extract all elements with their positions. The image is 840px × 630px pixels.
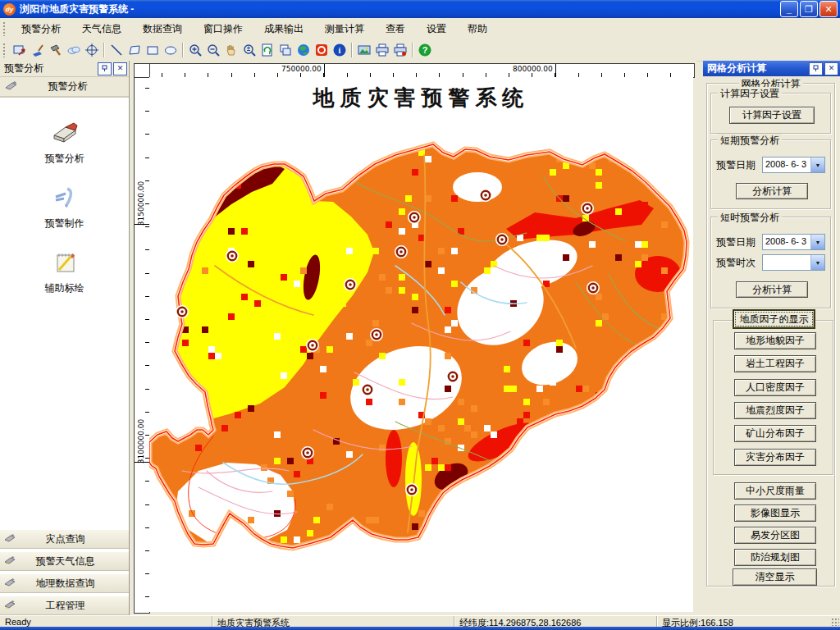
resize-grip[interactable]	[831, 618, 839, 626]
globe-icon[interactable]	[294, 41, 313, 59]
hammer-icon[interactable]	[47, 41, 65, 59]
stop-display-icon[interactable]	[313, 41, 331, 59]
susceptibility-map-button[interactable]: 易发分区图	[734, 527, 816, 544]
town-marker	[407, 485, 418, 495]
minimize-button[interactable]: _	[780, 1, 798, 17]
menu-bar: 预警分析 天气信息 数据查询 窗口操作 成果输出 测量计算 查看 设置 帮助	[0, 18, 840, 40]
menu-measure-calc[interactable]: 测量计算	[314, 19, 375, 39]
restore-button[interactable]: ❐	[800, 1, 818, 17]
menu-help[interactable]: 帮助	[457, 19, 498, 39]
mine-factor-button[interactable]: 矿山分布因子	[734, 425, 816, 442]
horizontal-ruler: 750000.00 800000.00	[149, 63, 695, 78]
geo-factor-display-button[interactable]: 地质因子的显示	[733, 309, 815, 329]
calc-factor-settings-button[interactable]: 计算因子设置	[729, 107, 815, 124]
item-warning-production[interactable]: 预警制作	[45, 184, 84, 231]
info-icon[interactable]: i	[331, 41, 349, 59]
print-map-icon[interactable]	[373, 41, 391, 59]
pan-hand-icon[interactable]	[222, 41, 240, 59]
toolbar-separator	[182, 43, 184, 57]
draw-rectangle-icon[interactable]	[144, 41, 162, 59]
toolbar-grip[interactable]	[2, 43, 7, 57]
menu-grip[interactable]	[2, 21, 7, 36]
item-warning-analysis[interactable]: 预警分析	[45, 119, 84, 166]
seismic-factor-button[interactable]: 地震烈度因子	[734, 402, 816, 419]
calc-factor-group: 计算因子设置 计算因子设置	[710, 93, 831, 134]
image-display-icon[interactable]	[355, 41, 373, 59]
draw-line-icon[interactable]	[107, 41, 126, 59]
map-select-icon[interactable]	[11, 41, 29, 59]
town-marker	[481, 190, 491, 201]
accordion-weather-info[interactable]: 预警天气信息	[0, 551, 129, 571]
menu-warning-analysis[interactable]: 预警分析	[11, 19, 71, 39]
close-icon[interactable]: ✕	[824, 62, 838, 75]
locate-center-icon[interactable]	[83, 41, 101, 59]
group-title: 短时预警分析	[718, 211, 782, 225]
right-panel-title: 网格分析计算	[707, 62, 807, 75]
town-marker	[227, 251, 238, 262]
image-display-button[interactable]: 影像图显示	[734, 504, 816, 522]
chevron-down-icon[interactable]: ▼	[810, 235, 824, 249]
title-bar: dy 浏阳市地质灾害预警系统 - _ ❐ ✕	[0, 0, 840, 18]
menu-window-ops[interactable]: 窗口操作	[193, 19, 253, 39]
group-title: 计算因子设置	[718, 87, 782, 101]
print-setup-icon[interactable]	[391, 41, 409, 59]
rainfall-button[interactable]: 中小尺度雨量	[734, 482, 816, 500]
zoom-out-icon[interactable]	[204, 41, 222, 59]
draw-polygon-icon[interactable]	[126, 41, 144, 59]
terrain-factor-button[interactable]: 地形地貌因子	[734, 332, 816, 349]
pin-icon[interactable]	[98, 62, 112, 75]
population-factor-button[interactable]: 人口密度因子	[734, 379, 816, 396]
toolbar-separator	[412, 43, 413, 57]
close-icon[interactable]: ✕	[113, 62, 127, 75]
map-canvas[interactable]: 地质灾害预警系统	[149, 77, 693, 612]
item-auxiliary-plot[interactable]: 辅助标绘	[45, 249, 84, 295]
menu-result-output[interactable]: 成果输出	[253, 19, 314, 39]
refresh-view-icon[interactable]	[258, 41, 276, 59]
geotech-factor-button[interactable]: 岩土工程因子	[734, 355, 816, 372]
draw-ellipse-icon[interactable]	[162, 41, 180, 59]
status-system-name: 地质灾害预警系统	[212, 616, 459, 628]
accordion-disaster-query[interactable]: 灾点查询	[0, 529, 129, 549]
accordion-project-management[interactable]: 工程管理	[0, 596, 129, 615]
prevention-plan-button[interactable]: 防治规划图	[734, 549, 816, 566]
disaster-factor-button[interactable]: 灾害分布因子	[734, 449, 816, 466]
toolbar: i ?	[0, 39, 840, 62]
short-time-slot-combo[interactable]: ▼	[762, 254, 825, 271]
short-time-calc-button[interactable]: 分析计算	[736, 281, 808, 298]
chevron-down-icon[interactable]: ▼	[810, 255, 824, 270]
style-brush-icon[interactable]	[29, 41, 47, 59]
chevron-down-icon[interactable]: ▼	[810, 158, 824, 172]
left-panel-caption: 预警分析 ✕	[0, 61, 129, 77]
cloud-icon[interactable]	[65, 41, 83, 59]
town-marker	[582, 203, 593, 214]
short-time-date-combo[interactable]: 2008- 6- 3 ▼	[762, 234, 825, 250]
menu-view[interactable]: 查看	[375, 19, 416, 39]
clear-display-button[interactable]: 清空显示	[733, 568, 817, 586]
status-ready: Ready	[0, 616, 217, 628]
project-tool-icon	[4, 600, 16, 611]
short-term-date-combo[interactable]: 2008- 6- 3 ▼	[762, 157, 825, 173]
zoom-in-icon[interactable]	[186, 41, 204, 59]
left-panel-header[interactable]: 预警分析	[0, 77, 129, 98]
town-marker	[308, 340, 318, 351]
time-label: 预警时次	[716, 256, 762, 270]
application-window: dy 浏阳市地质灾害预警系统 - _ ❐ ✕ 预警分析 天气信息 数据查询 窗口…	[0, 0, 840, 630]
close-button[interactable]: ✕	[819, 1, 838, 17]
group-title: 短期预警分析	[718, 134, 782, 148]
app-icon: dy	[3, 3, 16, 16]
menu-weather-info[interactable]: 天气信息	[71, 19, 132, 39]
item-label: 预警分析	[45, 152, 84, 166]
town-marker	[448, 372, 459, 382]
town-marker	[372, 330, 382, 340]
town-marker	[177, 307, 188, 317]
menu-settings[interactable]: 设置	[416, 19, 457, 39]
combo-value	[763, 255, 810, 270]
menu-data-query[interactable]: 数据查询	[132, 19, 193, 39]
help-icon[interactable]: ?	[416, 41, 434, 59]
zoom-extent-icon[interactable]	[240, 41, 258, 59]
copy-layers-icon[interactable]	[276, 41, 294, 59]
short-term-calc-button[interactable]: 分析计算	[736, 183, 808, 199]
ruler-tick	[135, 462, 149, 463]
accordion-geo-data-query[interactable]: 地理数据查询	[0, 573, 129, 593]
pin-icon[interactable]	[809, 62, 823, 75]
